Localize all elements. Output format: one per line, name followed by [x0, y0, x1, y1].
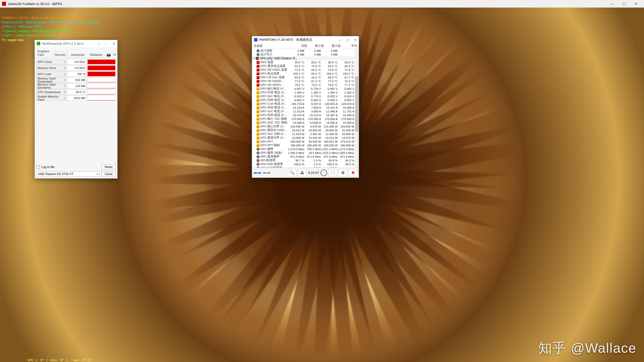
- tab-sensors[interactable]: Sensors: [53, 52, 67, 58]
- log-to-file-label: Log to file: [41, 165, 54, 169]
- clock-icon: [257, 53, 260, 56]
- col-current[interactable]: 实际: [291, 44, 307, 48]
- sensor-graph: [87, 71, 116, 77]
- table-row[interactable]: GPU 显存结点温度92.0 °C74.0 °C92.0 °C90.3 °C: [252, 64, 359, 68]
- table-row[interactable]: GPU Core 电流 (VDDCR_G...149.724 A8.037 A1…: [252, 102, 359, 106]
- hwinfo-window[interactable]: HWiNFO64 v7.30-4870 - 传感器状态 — ▢ ✕ 传感器 实际…: [252, 36, 359, 178]
- gpuz-title: TechPowerUp GPU-Z 2.54.0: [42, 42, 83, 46]
- minimize-button[interactable]: —: [339, 38, 342, 42]
- sensor-name-dropdown[interactable]: GPU Load▾: [36, 71, 66, 77]
- nav-next-icon[interactable]: ➡: [258, 170, 261, 176]
- sensor-name-dropdown[interactable]: Memory Used (Dynamic)▾: [36, 83, 66, 89]
- minimize-button[interactable]: —: [97, 42, 100, 46]
- table-row[interactable]: GPU 热点温度105.3 °C68.3 °C105.4 °C103.5 °C: [252, 72, 359, 75]
- table-row[interactable]: GPU 温度90.5 °C68.2 °C90.6 °C88.9 °C: [252, 60, 359, 64]
- voltage-icon: [257, 95, 260, 98]
- sensor-graph: [87, 59, 116, 65]
- table-row[interactable]: GPU 核心功率 (VDDCR_GFX)129.936 W5.876 W131.…: [252, 125, 359, 128]
- table-row[interactable]: GPU SoC 电压 (VDDCR_S...0.925 V0.778 V0.92…: [252, 94, 359, 98]
- col-sensor[interactable]: 传感器: [254, 44, 291, 48]
- hwinfo-titlebar[interactable]: HWiNFO64 v7.30-4870 - 传感器状态 — ▢ ✕: [252, 36, 359, 43]
- table-row[interactable]: GPU VR VDDCI 温度79.0 °C70.0 °C79.0 °C77.2…: [252, 83, 359, 87]
- clock-icon: [257, 155, 260, 158]
- sensor-name-dropdown[interactable]: Memory Clock▾: [36, 65, 66, 71]
- close-dialog-button[interactable]: Close: [101, 171, 116, 177]
- sensor-value: 0.0 MHz: [67, 65, 87, 71]
- table-row[interactable]: GPU VR VDDC 温度73.5 °C55.5 °C73.6 °C71.6 …: [252, 68, 359, 72]
- table-row[interactable]: GPU D3D利用率0.0 %0.0 %: [252, 166, 359, 168]
- tab-validation[interactable]: Validation: [88, 52, 103, 58]
- table-row[interactable]: GPU SoC 电流 (VDDCR_S...11.913 A3.085 A11.…: [252, 109, 359, 113]
- col-min[interactable]: 最小值: [307, 44, 324, 48]
- nav-prev-icon[interactable]: ⬅: [254, 170, 257, 176]
- nav-next-disabled-icon: ➡: [267, 170, 271, 176]
- gpu-device-select[interactable]: AMD Radeon RX 5700 XT▾: [36, 171, 100, 177]
- table-row[interactable]: GPU利用率99.7 %1.0 %99.8 %99.3 %: [252, 158, 359, 162]
- furmark-titlebar[interactable]: Geeks3D FurMark v1.35.0.0 - 96FPS — ▢ ✕: [0, 0, 644, 8]
- table-row[interactable]: 总计写入0 MB0 MB0 MB: [252, 53, 359, 56]
- table-row[interactable]: GPU 显存功 (VDDIO)20.552 W10.664 W20.603 W2…: [252, 128, 359, 132]
- table-row[interactable]: GPU PPT 限制180.000 W180.000 W180.000 W180…: [252, 143, 359, 147]
- table-row[interactable]: 总计读取0 MB0 MB0 MB: [252, 49, 359, 53]
- table-row[interactable]: GPU 内存 电流 (VDDCI_M...16.474 A15.313 A16.…: [252, 113, 359, 117]
- maximize-button[interactable]: ▢: [105, 42, 108, 46]
- table-row[interactable]: GPU SoC 功耗 (VDDCR_S...11.019 W2.401 W11.…: [252, 132, 359, 136]
- search-icon[interactable]: 🔍: [288, 169, 297, 177]
- screenshot-icon[interactable]: 📷: [106, 53, 111, 57]
- menu-icon[interactable]: ≡: [119, 53, 121, 57]
- table-row[interactable]: GPU 内存 电流 (VDDIO)15.153 A7.863 A15.191 A…: [252, 106, 359, 109]
- table-row[interactable]: GPU 显存功率 (VDDCI_MEM)14.003 W13.016 W14.0…: [252, 136, 359, 140]
- close-button[interactable]: ✕: [630, 0, 642, 8]
- sensor-graph: [87, 77, 116, 83]
- close-button[interactable]: ✕: [354, 38, 357, 42]
- clock-icon: [257, 163, 260, 166]
- save-icon[interactable]: 📄: [329, 169, 337, 177]
- temperature-icon: [257, 68, 260, 71]
- temperature-icon: [257, 84, 260, 87]
- col-avg[interactable]: 平均: [341, 44, 357, 48]
- close-button[interactable]: ✕: [113, 42, 115, 46]
- sensor-name-dropdown[interactable]: CPU Temperature▾: [36, 89, 66, 95]
- close-tool-icon[interactable]: ✖: [349, 169, 357, 177]
- refresh-icon[interactable]: ⟳: [113, 53, 116, 57]
- hwinfo-sensor-list[interactable]: 总计读取0 MB0 MB0 MB 总计写入0 MB0 MB0 MB▽GPU [#…: [252, 49, 359, 168]
- gpu-chip-icon: [256, 57, 259, 60]
- table-row[interactable]: GPU PPT180.000 W36.543 W180.001 W179.416…: [252, 140, 359, 143]
- sensor-name-dropdown[interactable]: System Memory Used▾: [36, 95, 66, 101]
- col-max[interactable]: 最大值: [324, 44, 341, 48]
- table-row[interactable]: GPU D3D 使用率100.0 %2.5 %100.0 %99.5 %: [252, 162, 359, 166]
- table-row[interactable]: GPU 频率 (有效)1,566.6 MHz28.5 MHz1,615.5 MH…: [252, 151, 359, 155]
- tab-advanced[interactable]: Advanced: [70, 52, 85, 58]
- sensor-group[interactable]: ▽GPU [#0]: AMD Radeon R...: [252, 56, 359, 60]
- sensor-name-dropdown[interactable]: GPU Clock▾: [36, 59, 66, 65]
- table-row[interactable]: GPU 内存 电压 (VDDCI_M...0.850 V0.850 V0.850…: [252, 98, 359, 102]
- scrollbar[interactable]: [355, 49, 359, 168]
- table-row[interactable]: GPU 核心 TDC 限制170.000 A170.000 A170.000 A…: [252, 117, 359, 121]
- scrollbar-thumb[interactable]: [355, 76, 358, 132]
- gpuz-titlebar[interactable]: TechPowerUp GPU-Z 2.54.0 — ▢ ✕: [35, 40, 117, 47]
- minimize-button[interactable]: —: [606, 0, 618, 8]
- maximize-button[interactable]: ▢: [618, 0, 630, 8]
- log-to-file-checkbox[interactable]: [36, 165, 40, 169]
- maximize-button[interactable]: ▢: [346, 38, 349, 42]
- table-row[interactable]: GPU 频率1,570.9 MHz795.5 MHz1,621.4 MHz1,5…: [252, 147, 359, 151]
- temperature-icon: [257, 80, 260, 83]
- table-row[interactable]: GPU 核心电压 (VDDCR_GFX)0.867 V0.729 V0.892 …: [252, 87, 359, 91]
- table-row[interactable]: GPU 内存 电压 (VDDIO)1.356 V1.356 V1.356 V1.…: [252, 91, 359, 94]
- table-row[interactable]: GPU 显存频率871.8 MHz871.8 MHz871.8 MHz871.8…: [252, 155, 359, 158]
- network-icon[interactable]: 🖧: [298, 169, 307, 177]
- nav-prev-disabled-icon: ⬅: [263, 170, 267, 176]
- table-row[interactable]: GPU SOC TDC 限制14.000 A14.000 A14.000 A14…: [252, 121, 359, 125]
- temperature-icon: [257, 61, 260, 64]
- gpuz-window[interactable]: TechPowerUp GPU-Z 2.54.0 — ▢ ✕ Graphics …: [34, 40, 118, 179]
- furmark-overlay: FurMark v1.35.0.0 - Burn-in test, 2560x1…: [2, 16, 99, 42]
- clock-icon: [257, 49, 260, 52]
- reset-button[interactable]: Reset: [101, 164, 116, 170]
- sensor-name-dropdown[interactable]: Memory Used (Dedicated)▾: [36, 77, 66, 83]
- hwinfo-title: HWiNFO64 v7.30-4870 - 传感器状态: [259, 37, 312, 42]
- table-row[interactable]: GPU VR VDDIO 温度77.0 °C67.3 °C77.0 °C75.4…: [252, 79, 359, 83]
- sensor-graph: [87, 65, 116, 71]
- table-row[interactable]: GPU VR SoC 温度69.0 °C55.3 °C69.0 °C67.2 °…: [252, 75, 359, 79]
- gear-icon[interactable]: ⚙: [339, 169, 347, 177]
- tab-graphics-card[interactable]: Graphics Card: [36, 49, 50, 58]
